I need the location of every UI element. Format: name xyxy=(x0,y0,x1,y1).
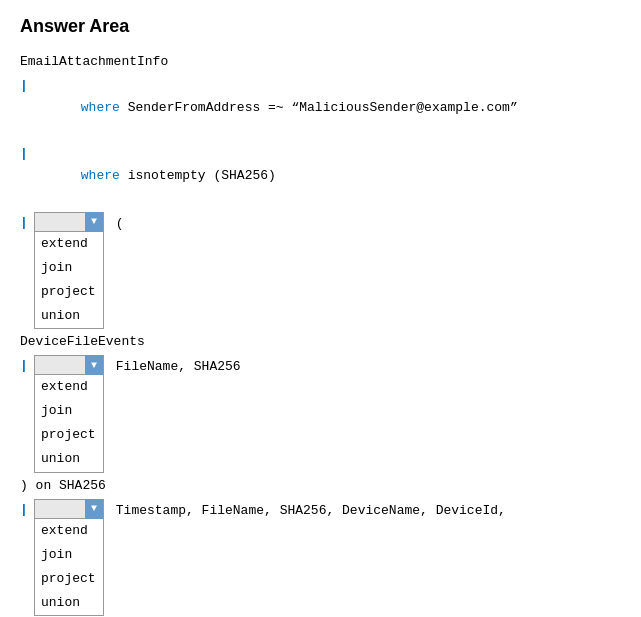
dropdown2-container[interactable]: ▼ extend join project union xyxy=(34,355,104,472)
dropdown1-trigger[interactable]: ▼ xyxy=(34,212,104,232)
table1-name: EmailAttachmentInfo xyxy=(20,51,621,73)
table2-name: DeviceFileEvents xyxy=(20,331,621,353)
pipe-2: | xyxy=(20,143,28,165)
dropdown2-option-extend[interactable]: extend xyxy=(35,375,103,399)
line-dropdown2: | ▼ extend join project union FileName, … xyxy=(20,355,621,472)
dropdown3-container[interactable]: ▼ extend join project union xyxy=(34,499,104,616)
dropdown3-trigger[interactable]: ▼ xyxy=(34,499,104,519)
dropdown3-options: extend join project union xyxy=(34,519,104,616)
dropdown2-arrow[interactable]: ▼ xyxy=(85,355,103,375)
dropdown3-option-join[interactable]: join xyxy=(35,543,103,567)
pipe-4: | xyxy=(20,355,28,377)
line2-text: isnotempty (SHA256) xyxy=(120,168,276,183)
keyword-where-1: where xyxy=(81,100,120,115)
dropdown1-option-join[interactable]: join xyxy=(35,256,103,280)
page-title: Answer Area xyxy=(20,16,621,37)
dropdown2-option-join[interactable]: join xyxy=(35,399,103,423)
dropdown1-option-project[interactable]: project xyxy=(35,280,103,304)
dropdown1-option-extend[interactable]: extend xyxy=(35,232,103,256)
dropdown1-arrow[interactable]: ▼ xyxy=(85,212,103,232)
dropdown2-option-project[interactable]: project xyxy=(35,423,103,447)
dropdown2-option-union[interactable]: union xyxy=(35,447,103,471)
pipe-1: | xyxy=(20,75,28,97)
line4-after: FileName, SHA256 xyxy=(108,355,241,378)
dropdown1-container[interactable]: ▼ extend join project union xyxy=(34,212,104,329)
dropdown3-option-extend[interactable]: extend xyxy=(35,519,103,543)
keyword-where-2: where xyxy=(81,168,120,183)
dropdown3-arrow[interactable]: ▼ xyxy=(85,499,103,519)
code-block: EmailAttachmentInfo | where SenderFromAd… xyxy=(20,51,621,617)
pipe-3: | xyxy=(20,212,28,234)
line6-after: Timestamp, FileName, SHA256, DeviceName,… xyxy=(108,499,506,522)
dropdown2-options: extend join project union xyxy=(34,375,104,472)
line-dropdown1: | ▼ extend join project union ( xyxy=(20,212,621,329)
line3-after: ( xyxy=(108,212,124,235)
dropdown1-option-union[interactable]: union xyxy=(35,304,103,328)
dropdown3-option-project[interactable]: project xyxy=(35,567,103,591)
dropdown2-trigger[interactable]: ▼ xyxy=(34,355,104,375)
line-dropdown3: | ▼ extend join project union Timestamp,… xyxy=(20,499,621,616)
line-where-isnotempty: | where isnotempty (SHA256) xyxy=(20,143,621,209)
dropdown1-options: extend join project union xyxy=(34,232,104,329)
pipe-5: | xyxy=(20,499,28,521)
line-where-sender: | where SenderFromAddress =~ “MaliciousS… xyxy=(20,75,621,141)
dropdown3-option-union[interactable]: union xyxy=(35,591,103,615)
line-on-sha256: ) on SHA256 xyxy=(20,475,621,497)
line1-text: SenderFromAddress =~ “MaliciousSender@ex… xyxy=(120,100,518,115)
